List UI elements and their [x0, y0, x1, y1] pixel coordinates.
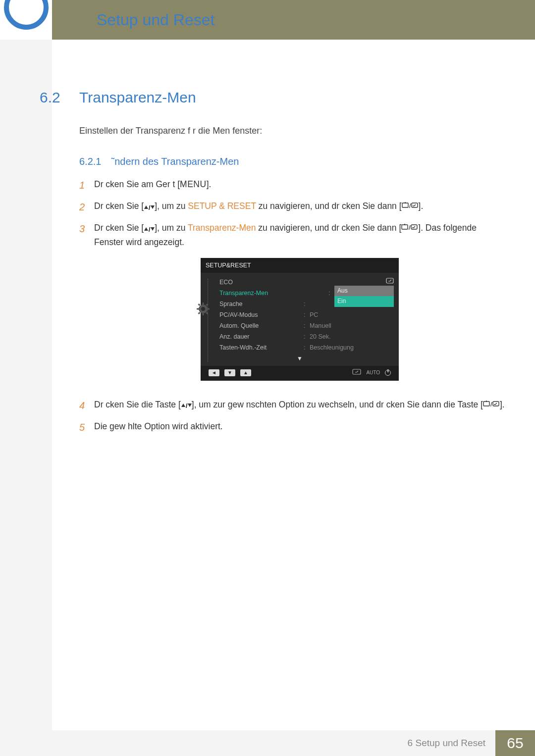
svg-rect-30 — [483, 402, 489, 406]
step-1: 1 Dr cken Sie am Ger t [MENU]. — [79, 177, 505, 193]
footer: 6 Setup und Reset 65 — [0, 730, 535, 756]
step-number: 2 — [79, 199, 94, 215]
svg-text:/: / — [149, 226, 151, 232]
osd-down-icon: ▼ — [224, 369, 235, 376]
step-body: Dr cken Sie am Ger t [MENU]. — [94, 177, 505, 191]
osd-item: Anz. dauer : 20 Sek. — [206, 331, 394, 342]
svg-rect-21 — [207, 308, 210, 310]
section-number: 6.2 — [40, 89, 79, 106]
svg-text:/: / — [490, 401, 492, 408]
section-title: Transparenz-Men — [79, 89, 196, 106]
svg-rect-11 — [402, 225, 408, 229]
subsection-title: ˜ndern des Transparenz-Men — [111, 156, 239, 167]
footer-label: 6 Setup und Reset — [0, 730, 495, 756]
svg-marker-10 — [151, 227, 155, 231]
step-number: 5 — [79, 419, 94, 435]
step-4: 4 Dr cken Sie die Taste [/], um zur gew … — [79, 398, 505, 413]
up-down-icon: / — [144, 221, 155, 235]
osd-left-icon: ◄ — [209, 369, 219, 376]
step-number: 1 — [79, 177, 94, 193]
step-2: 2 Dr cken Sie [/], um zu SETUP & RESET z… — [79, 199, 505, 215]
osd-tree-line — [208, 279, 208, 361]
osd-up-icon: ▲ — [240, 369, 251, 376]
svg-rect-19 — [203, 313, 204, 315]
dropdown-option: Ein — [334, 296, 394, 306]
svg-rect-20 — [197, 308, 199, 310]
step-5: 5 Die gew hlte Option wird aktiviert. — [79, 419, 505, 435]
auto-label: AUTO — [366, 369, 380, 377]
step-body: Dr cken Sie [/], um zu SETUP & RESET zu … — [94, 199, 505, 213]
osd-nav-group: ◄ ▼ ▲ — [209, 369, 251, 376]
step-number: 3 — [79, 221, 94, 237]
steps-list: 1 Dr cken Sie am Ger t [MENU]. 2 Dr cken… — [79, 177, 505, 435]
svg-marker-8 — [144, 227, 148, 231]
svg-rect-23 — [206, 303, 209, 306]
svg-rect-18 — [203, 302, 204, 305]
osd-item: Tasten-Wdh.-Zeit : Beschleunigung — [206, 342, 394, 353]
gear-icon — [197, 302, 210, 318]
svg-marker-1 — [144, 205, 148, 209]
dropdown-option: Aus — [334, 286, 394, 296]
svg-text:/: / — [409, 202, 411, 209]
osd-footer: ◄ ▼ ▲ AUTO — [201, 366, 399, 381]
osd-screenshot: SETUP&RESET ECO — [94, 258, 505, 380]
osd-item: PC/AV-Modus : PC — [206, 309, 394, 320]
content: 6.2 Transparenz-Men Einstellen der Trans… — [40, 89, 505, 441]
up-down-icon: / — [144, 200, 155, 213]
svg-rect-26 — [353, 369, 361, 374]
section-heading: 6.2 Transparenz-Men — [40, 89, 505, 106]
svg-point-0 — [6, 0, 46, 27]
svg-marker-3 — [151, 205, 155, 209]
step-3: 3 Dr cken Sie [/], um zu Transparenz-Men… — [79, 221, 505, 392]
osd-item-active: Transparenz-Men : Aus Ein — [206, 288, 394, 299]
page-number: 65 — [495, 730, 535, 756]
svg-rect-15 — [386, 278, 393, 283]
step-number: 4 — [79, 398, 94, 413]
subsection-heading: 6.2.1 ˜ndern des Transparenz-Men — [79, 156, 505, 167]
highlight: SETUP & RESET — [188, 201, 256, 211]
step-body: Dr cken Sie die Taste [/], um zur gew ns… — [94, 398, 505, 412]
svg-rect-4 — [402, 203, 408, 207]
svg-point-17 — [201, 307, 205, 311]
svg-marker-29 — [188, 403, 192, 407]
svg-text:/: / — [186, 403, 188, 408]
svg-text:/: / — [409, 224, 411, 231]
up-down-icon: / — [181, 398, 192, 412]
subsection-number: 6.2.1 — [79, 156, 101, 167]
enter-icon: / — [483, 398, 500, 412]
osd-panel: SETUP&RESET ECO — [201, 258, 399, 380]
intro-text: Einstellen der Transparenz f r die Men f… — [79, 126, 505, 136]
osd-header: SETUP&RESET — [201, 258, 399, 273]
svg-marker-27 — [181, 403, 185, 407]
chapter-icon — [0, 0, 52, 40]
step-body: Dr cken Sie [/], um zu Transparenz-Men z… — [94, 221, 505, 392]
osd-dropdown: Aus Ein — [334, 286, 394, 306]
menu-label: MENU — [180, 179, 207, 189]
osd-item: Autom. Quelle : Manuell — [206, 320, 394, 331]
more-indicator-icon: ▼ — [206, 354, 394, 363]
enter-icon: / — [401, 221, 418, 235]
page-title: Setup und Reset — [97, 11, 214, 29]
svg-rect-24 — [198, 312, 201, 314]
svg-rect-25 — [206, 312, 209, 314]
svg-text:/: / — [149, 204, 151, 210]
enter-icon: / — [402, 200, 419, 213]
power-icon — [385, 370, 391, 376]
top-banner: Setup und Reset — [0, 0, 535, 40]
osd-action-group: AUTO — [352, 368, 391, 378]
highlight: Transparenz-Men — [188, 223, 258, 233]
svg-rect-22 — [198, 303, 201, 306]
osd-body: ECO Transparenz-Men : Aus Ein — [201, 273, 399, 365]
step-body: Die gew hlte Option wird aktiviert. — [94, 419, 505, 433]
enter-icon — [352, 368, 361, 378]
